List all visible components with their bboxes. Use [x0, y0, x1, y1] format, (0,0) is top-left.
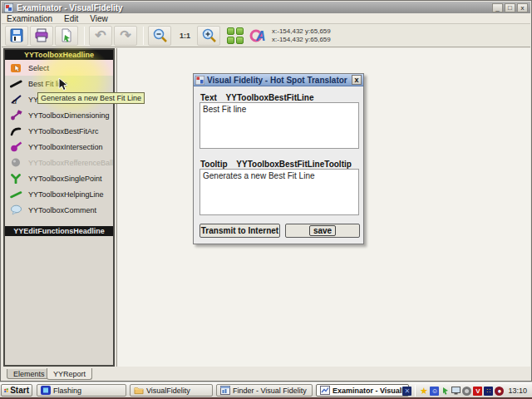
tool-label: YYToolboxBestFitArc: [28, 127, 99, 135]
tool-helping-line[interactable]: YYToolboxHelpingLine: [5, 186, 113, 202]
export-icon: [59, 28, 74, 42]
folder-icon: [134, 386, 144, 395]
fit-arrow-icon: [227, 27, 234, 35]
shield-icon[interactable]: ●: [495, 387, 504, 396]
intersection-icon: [10, 141, 22, 152]
tool-reference-ball[interactable]: YYToolboxRefferenceBall: [5, 155, 113, 170]
hot-spot-translator-dialog: Visual Fidelity - Hot Spot Translator x …: [193, 73, 364, 244]
windows-logo-icon: [4, 387, 8, 395]
text-field-label: Text YYToolboxBestFitLine: [200, 93, 314, 102]
bottom-tabs: Elements YYReport: [3, 367, 530, 382]
arc-icon: [10, 126, 22, 136]
tool-label: YYToolboxHelpingLine: [28, 190, 104, 199]
tool-comment[interactable]: YYToolboxComment: [5, 202, 113, 218]
fit-arrow-icon: [227, 37, 234, 44]
transmit-button-label: Transmit to Internet: [201, 226, 278, 235]
save-button-label: save: [309, 225, 336, 236]
print-button[interactable]: [30, 26, 53, 46]
save-button[interactable]: [5, 26, 28, 46]
fit-arrow-icon: [236, 37, 244, 44]
start-label: Start: [10, 386, 29, 395]
tool-dimensioning[interactable]: YYToolboxDimensioning: [5, 107, 113, 123]
task-finder[interactable]: Finder - Visual Fidelity: [216, 384, 313, 397]
redo-button[interactable]: ↷: [114, 26, 137, 46]
save-dialog-button[interactable]: save: [285, 224, 360, 238]
app-icon: [4, 3, 13, 12]
zoom-out-icon: [152, 28, 168, 43]
task-visualfidelity[interactable]: VisualFidelity: [130, 384, 213, 397]
tool-label: YYToolboxRefferenceBall: [28, 159, 113, 167]
tab-yyreport[interactable]: YYReport: [47, 368, 92, 380]
window-title: Examinator - VisualFidelity: [17, 3, 123, 12]
text-input[interactable]: Best Fit line: [200, 102, 359, 149]
task-label: Examinator - VisualFi...: [332, 387, 409, 395]
zoom-out-button[interactable]: [148, 26, 171, 46]
menu-examination[interactable]: Examination: [7, 14, 52, 23]
maximize-button[interactable]: □: [505, 3, 515, 12]
minimize-button[interactable]: _: [492, 3, 503, 12]
record-icon[interactable]: [462, 387, 471, 396]
taskbar-clock: 13:10: [508, 387, 527, 395]
transmit-button[interactable]: Transmit to Internet: [200, 224, 280, 238]
comment-icon: [10, 204, 22, 215]
taskbar: Start Flashing VisualFidelity Finde: [0, 382, 532, 397]
display-icon[interactable]: [451, 387, 461, 396]
tool-label: YYToolboxSinglePoint: [28, 175, 102, 183]
svg-text:α: α: [12, 97, 17, 105]
app-window: Examinator - VisualFidelity _ □ x Examin…: [0, 0, 532, 382]
messenger-icon[interactable]: ☺: [430, 387, 439, 396]
coords-line-1: x:-154,432 y:65,659: [272, 27, 331, 36]
flashing-icon: [41, 386, 51, 395]
close-button[interactable]: x: [517, 3, 528, 12]
antivirus-icon[interactable]: V: [473, 387, 482, 396]
tool-single-point[interactable]: YYToolboxSinglePoint: [5, 170, 113, 186]
toolbar-separator: [143, 27, 144, 45]
examinator-icon: [320, 386, 330, 395]
tool-label: YYToolboxIntersection: [28, 143, 103, 151]
tooltip-input[interactable]: Generates a new Best Fit Line: [200, 169, 359, 215]
task-examinator[interactable]: Examinator - VisualFi...: [316, 384, 409, 397]
title-bar[interactable]: Examinator - VisualFidelity _ □ x: [2, 2, 530, 13]
tray-separator: [415, 385, 416, 397]
dialog-title-bar[interactable]: Visual Fidelity - Hot Spot Translator x: [194, 74, 363, 86]
mouse-cursor-icon: [58, 77, 68, 91]
single-point-icon: [10, 173, 22, 184]
tooltip: Generates a new Best Fit Line: [37, 92, 145, 104]
tab-elements[interactable]: Elements: [7, 369, 52, 379]
fit-arrow-icon: [236, 27, 244, 35]
launcher-icon[interactable]: ✕: [402, 387, 411, 396]
player-icon[interactable]: ∷: [484, 387, 493, 396]
export-button[interactable]: [55, 26, 78, 46]
text-style-icon[interactable]: A: [249, 27, 268, 44]
zoom-in-button[interactable]: [197, 26, 220, 46]
task-label: VisualFidelity: [146, 387, 190, 395]
fit-grid-icon[interactable]: [227, 27, 244, 44]
tool-select[interactable]: Select: [5, 60, 113, 76]
task-label: Flashing: [53, 387, 81, 395]
tool-label: YYToolboxDimensioning: [28, 111, 110, 120]
reference-ball-icon: [10, 157, 22, 168]
update-icon[interactable]: [441, 387, 450, 396]
tooltip-label: Tooltip: [200, 160, 228, 169]
finder-icon: [220, 386, 230, 395]
task-flashing[interactable]: Flashing: [37, 384, 126, 397]
redo-icon: ↷: [120, 29, 131, 42]
tool-best-fit-arc[interactable]: YYToolboxBestFitArc: [5, 123, 113, 139]
coords-line-2: x:-154,432 y:65,659: [272, 36, 331, 44]
select-icon: [10, 62, 22, 73]
star-icon[interactable]: ★: [419, 387, 428, 396]
undo-button[interactable]: ↶: [89, 26, 112, 46]
zoom-in-icon: [201, 28, 217, 43]
alpha-angle-icon: α: [10, 94, 22, 105]
tool-intersection[interactable]: YYToolboxIntersection: [5, 139, 113, 155]
desktop: Examinator - VisualFidelity _ □ x Examin…: [0, 0, 532, 399]
start-button[interactable]: Start: [1, 384, 32, 397]
dialog-close-button[interactable]: x: [352, 75, 362, 85]
menu-view[interactable]: View: [90, 14, 108, 23]
dialog-title: Visual Fidelity - Hot Spot Translator: [207, 76, 347, 85]
task-label: Finder - Visual Fidelity: [233, 387, 307, 395]
menu-edit[interactable]: Edit: [64, 14, 78, 23]
text-key: YYToolboxBestFitLine: [226, 93, 314, 102]
undo-icon: ↶: [95, 29, 106, 42]
toolbar: ↶ ↷ 1:1: [2, 24, 530, 47]
